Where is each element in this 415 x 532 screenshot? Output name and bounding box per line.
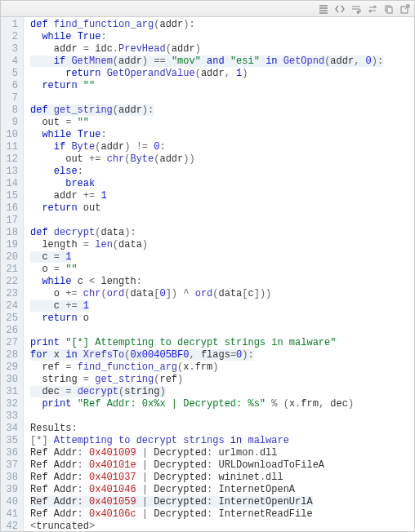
- token-fn: decrypt: [78, 386, 118, 397]
- token-op: ==: [154, 55, 172, 67]
- justify-icon[interactable]: [318, 3, 329, 15]
- line-number: 31: [4, 386, 18, 398]
- token-ident: URLDownloadToFileA: [218, 459, 324, 471]
- token-op: ):: [142, 104, 154, 116]
- code-line: for x in XrefsTo(0x00405BF0, flags=0):: [30, 349, 254, 361]
- token-op: =: [83, 374, 95, 385]
- token-ident: dll: [260, 447, 278, 459]
- token-op: ,: [189, 349, 200, 361]
- line-number: 18: [4, 227, 18, 239]
- token-op: ):: [124, 227, 136, 238]
- code-line: string = get_string(ref): [30, 374, 183, 385]
- token-ident: addr: [330, 55, 354, 67]
- line-number: 25: [4, 313, 18, 325]
- token-ident: c: [42, 251, 53, 263]
- line-number: 3: [4, 43, 18, 55]
- line-number: 24: [4, 300, 18, 313]
- wrap-icon[interactable]: [350, 3, 362, 15]
- copy-icon[interactable]: [383, 3, 395, 15]
- token-fn: PrevHead: [118, 43, 166, 55]
- token-op: :: [207, 472, 218, 483]
- token-op: ,: [319, 398, 330, 410]
- token-ident: Ref Addr: [30, 459, 78, 471]
- code-line: out += chr(Byte(addr)): [30, 153, 195, 165]
- token-kw: while: [42, 31, 77, 42]
- line-number: 22: [4, 276, 18, 288]
- token-kw: in: [266, 55, 283, 67]
- token-plain: [30, 43, 54, 55]
- token-kw: and: [207, 55, 230, 67]
- token-ident: dll: [266, 472, 283, 483]
- token-kw: in: [230, 435, 248, 446]
- line-number-gutter: 1234567891011121314151617181920212223242…: [1, 17, 24, 531]
- token-ident: Ref Addr: [30, 484, 78, 495]
- token-kw: True: [78, 31, 101, 42]
- token-ident: truncated: [36, 521, 89, 531]
- token-num: 1: [83, 300, 89, 312]
- token-ident: o: [83, 313, 89, 324]
- token-hexaddr: 0x401037: [89, 472, 136, 483]
- token-str: "": [65, 264, 77, 275]
- token-plain: [30, 55, 54, 67]
- code-line: def find_function_arg(addr):: [30, 19, 195, 30]
- token-op: :: [78, 472, 89, 483]
- token-plain: [30, 300, 54, 312]
- token-ident: Ref Addr: [30, 508, 78, 520]
- code-line: if Byte(addr) != 0:: [30, 141, 166, 153]
- code-icon[interactable]: [334, 3, 346, 15]
- token-str: "": [78, 117, 89, 128]
- line-number: 41: [4, 508, 18, 521]
- token-op: +=: [83, 190, 101, 202]
- code-line: def decrypt(data):: [30, 227, 136, 238]
- swap-icon[interactable]: [367, 3, 378, 15]
- token-plain: [30, 166, 54, 177]
- token-op: [: [242, 288, 248, 299]
- code-content[interactable]: def find_function_arg(addr): while True:…: [24, 17, 414, 531]
- token-num: 0: [159, 288, 165, 299]
- token-ident: InternetOpenA: [218, 484, 295, 495]
- token-ident: frm: [195, 361, 213, 373]
- token-kw: return: [65, 68, 106, 79]
- token-ident: Results: [30, 423, 71, 434]
- line-number: 28: [4, 349, 18, 361]
- token-plain: [30, 141, 54, 153]
- token-hexaddr: 0x401059: [89, 496, 136, 508]
- popout-icon[interactable]: [399, 3, 411, 15]
- token-str: "": [83, 80, 95, 91]
- token-op: :: [78, 166, 83, 177]
- token-op: :: [207, 508, 218, 520]
- token-op: (: [195, 68, 201, 79]
- token-op: :: [189, 19, 194, 30]
- code-line: Results:: [30, 423, 78, 434]
- code-line: return o: [30, 313, 89, 324]
- token-kw: while: [42, 129, 77, 140]
- token-fn: GetOpnd: [283, 55, 324, 67]
- token-op: (: [113, 104, 118, 116]
- token-ident: data: [100, 227, 124, 238]
- token-ident: ref: [159, 374, 177, 385]
- token-op: (: [113, 55, 118, 67]
- token-kw: print: [42, 398, 77, 410]
- token-op: :: [78, 484, 89, 495]
- code-line: o = "": [30, 264, 78, 275]
- token-ident: addr: [100, 141, 124, 153]
- token-op: :: [136, 276, 142, 287]
- token-plain: [30, 288, 54, 299]
- token-ident: length: [100, 276, 136, 287]
- code-line: addr = idc.PrevHead(addr): [30, 43, 201, 55]
- token-fn: Byte: [130, 153, 154, 165]
- token-op: =: [65, 361, 77, 373]
- token-op: :: [207, 459, 218, 471]
- token-op: ]): [166, 288, 184, 299]
- code-line: addr += 1: [30, 190, 107, 202]
- token-ident: ref: [42, 361, 65, 373]
- token-ident: frm: [301, 398, 319, 410]
- token-ident: addr: [118, 104, 142, 116]
- token-op: =: [65, 117, 77, 128]
- token-op: :: [207, 447, 218, 459]
- line-number: 14: [4, 178, 18, 190]
- line-number: 33: [4, 410, 18, 423]
- token-num: 1: [100, 190, 106, 202]
- token-plain: [30, 80, 42, 91]
- token-ident: out: [83, 202, 101, 214]
